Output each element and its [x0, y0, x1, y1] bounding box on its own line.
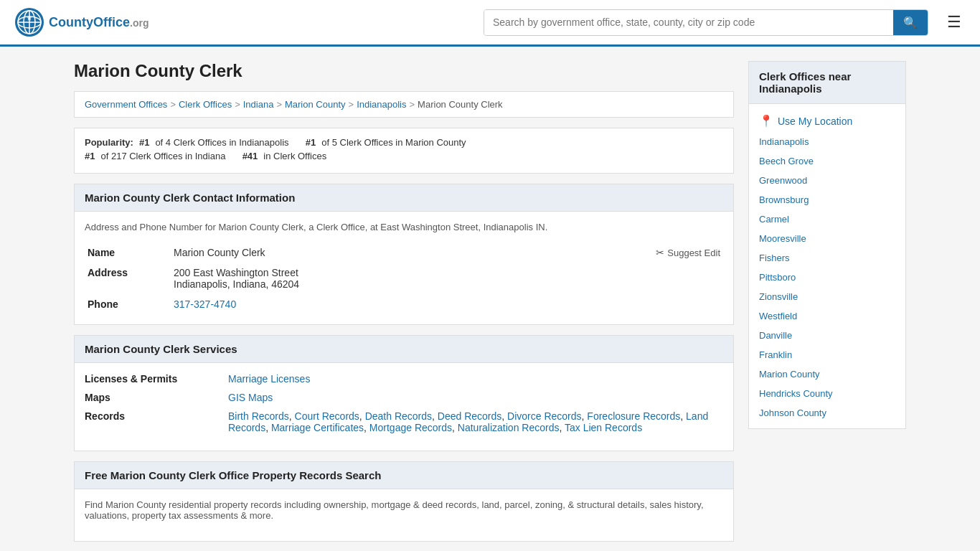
mortgage-records-link[interactable]: Mortgage Records	[369, 422, 452, 433]
sidebar-link-indianapolis[interactable]: Indianapolis	[759, 136, 809, 147]
use-my-location-row[interactable]: 📍 Use My Location	[749, 110, 905, 132]
main-container: Marion County Clerk Government Offices >…	[60, 47, 920, 551]
sidebar-item-greenwood: Greenwood	[749, 171, 905, 190]
sidebar-box: Clerk Offices near Indianapolis 📍 Use My…	[748, 61, 906, 429]
sidebar-item-brownsburg: Brownsburg	[749, 190, 905, 209]
service-value-records: Birth Records, Court Records, Death Reco…	[228, 410, 723, 433]
logo-text: CountyOffice.org	[49, 15, 149, 30]
sidebar-link-brownsburg[interactable]: Brownsburg	[759, 194, 809, 205]
sidebar-link-beechgrove[interactable]: Beech Grove	[759, 156, 814, 166]
menu-button[interactable]: ☰	[943, 9, 966, 36]
birth-records-link[interactable]: Birth Records	[228, 410, 289, 422]
sidebar-link-carmel[interactable]: Carmel	[759, 214, 789, 225]
breadcrumb-link-3[interactable]: Indiana	[243, 99, 274, 110]
service-row-records: Records Birth Records, Court Records, De…	[85, 410, 723, 433]
sidebar-link-marioncounty[interactable]: Marion County	[759, 369, 820, 380]
breadcrumb-link-5[interactable]: Indianapolis	[357, 99, 406, 110]
contact-section-header: Marion County Clerk Contact Information	[75, 184, 733, 212]
sidebar-item-johnsoncounty: Johnson County	[749, 403, 905, 423]
sidebar-item-marioncounty: Marion County	[749, 364, 905, 384]
breadcrumb-link-2[interactable]: Clerk Offices	[179, 99, 232, 110]
breadcrumb-current: Marion County Clerk	[418, 99, 503, 110]
search-bar: 🔍	[484, 9, 928, 36]
address-row: Address 200 East Washington Street India…	[85, 263, 723, 294]
address-line1: 200 East Washington Street	[174, 267, 720, 278]
deed-records-link[interactable]: Deed Records	[438, 410, 502, 422]
death-records-link[interactable]: Death Records	[365, 410, 432, 422]
breadcrumb-sep-1: >	[170, 99, 176, 110]
contact-description: Address and Phone Number for Marion Coun…	[85, 222, 723, 232]
content-area: Marion County Clerk Government Offices >…	[74, 61, 734, 551]
breadcrumb-link-1[interactable]: Government Offices	[85, 99, 167, 110]
sidebar-link-greenwood[interactable]: Greenwood	[759, 175, 807, 186]
search-input[interactable]	[484, 10, 893, 35]
location-pin-icon: 📍	[759, 114, 773, 128]
divorce-records-link[interactable]: Divorce Records	[507, 410, 581, 422]
sidebar-item-westfield: Westfield	[749, 306, 905, 326]
sidebar-link-zionsville[interactable]: Zionsville	[759, 291, 798, 302]
services-section-body: Licenses & Permits Marriage Licenses Map…	[75, 363, 733, 451]
sidebar-item-danville: Danville	[749, 326, 905, 345]
sidebar-link-hendrickscounty[interactable]: Hendricks County	[759, 388, 833, 399]
site-header: CountyOffice.org 🔍 ☰	[0, 0, 980, 47]
sidebar-link-danville[interactable]: Danville	[759, 330, 792, 341]
sidebar-link-westfield[interactable]: Westfield	[759, 311, 797, 321]
property-description: Find Marion County residential property …	[85, 499, 723, 521]
sidebar: Clerk Offices near Indianapolis 📍 Use My…	[748, 61, 906, 551]
marriage-cert-link[interactable]: Marriage Certificates	[271, 422, 364, 433]
sidebar-link-mooresville[interactable]: Mooresville	[759, 233, 806, 244]
service-value-licenses: Marriage Licenses	[228, 373, 723, 385]
sidebar-header: Clerk Offices near Indianapolis	[749, 62, 905, 104]
marriage-licenses-link[interactable]: Marriage Licenses	[228, 373, 310, 385]
address-value: 200 East Washington Street Indianapolis,…	[171, 263, 723, 294]
property-section-body: Find Marion County residential property …	[75, 489, 733, 541]
sidebar-link-fishers[interactable]: Fishers	[759, 253, 790, 263]
service-label-maps: Maps	[85, 392, 228, 403]
sidebar-item-fishers: Fishers	[749, 248, 905, 268]
contact-section: Marion County Clerk Contact Information …	[74, 184, 734, 325]
court-records-link[interactable]: Court Records	[295, 410, 359, 422]
name-label: Name	[85, 242, 171, 263]
search-button[interactable]: 🔍	[893, 10, 928, 35]
popularity-stat-3: of 217 Clerk Offices in Indiana	[100, 151, 225, 161]
sidebar-link-pittsboro[interactable]: Pittsboro	[759, 272, 796, 283]
popularity-label: Popularity:	[85, 137, 133, 148]
use-my-location-link[interactable]: Use My Location	[778, 116, 852, 127]
services-section: Marion County Clerk Services Licenses & …	[74, 335, 734, 451]
sidebar-item-franklin: Franklin	[749, 345, 905, 364]
popularity-rank-2: #1	[306, 137, 316, 148]
popularity-stat-1: of 4 Clerk Offices in Indianapolis	[155, 137, 288, 148]
service-row-licenses: Licenses & Permits Marriage Licenses	[85, 373, 723, 385]
tax-lien-records-link[interactable]: Tax Lien Records	[565, 422, 642, 433]
popularity-stat-2: of 5 Clerk Offices in Marion County	[321, 137, 466, 148]
contact-info-table: Name Marion County Clerk ✂ Suggest Edit …	[85, 242, 723, 314]
breadcrumb: Government Offices > Clerk Offices > Ind…	[74, 91, 734, 118]
sidebar-item-carmel: Carmel	[749, 209, 905, 229]
hamburger-icon: ☰	[947, 13, 961, 31]
popularity-rank-1: #1	[139, 137, 149, 148]
sidebar-item-hendrickscounty: Hendricks County	[749, 384, 905, 403]
page-title: Marion County Clerk	[74, 61, 734, 81]
breadcrumb-sep-5: >	[410, 99, 415, 110]
service-label-licenses: Licenses & Permits	[85, 373, 228, 385]
suggest-edit-button[interactable]: ✂ Suggest Edit	[656, 247, 720, 258]
phone-link[interactable]: 317-327-4740	[174, 298, 236, 310]
search-icon: 🔍	[903, 17, 918, 29]
phone-value: 317-327-4740	[171, 294, 723, 314]
edit-icon: ✂	[656, 247, 664, 258]
sidebar-link-franklin[interactable]: Franklin	[759, 349, 792, 360]
site-logo[interactable]: CountyOffice.org	[14, 7, 149, 37]
naturalization-records-link[interactable]: Naturalization Records	[458, 422, 560, 433]
breadcrumb-sep-3: >	[276, 99, 282, 110]
sidebar-link-johnsoncounty[interactable]: Johnson County	[759, 408, 826, 418]
breadcrumb-link-4[interactable]: Marion County	[285, 99, 346, 110]
sidebar-item-zionsville: Zionsville	[749, 287, 905, 306]
gis-maps-link[interactable]: GIS Maps	[228, 392, 273, 403]
breadcrumb-sep-4: >	[349, 99, 354, 110]
foreclosure-records-link[interactable]: Foreclosure Records	[587, 410, 680, 422]
popularity-section: Popularity: #1 of 4 Clerk Offices in Ind…	[74, 128, 734, 174]
contact-section-body: Address and Phone Number for Marion Coun…	[75, 212, 733, 324]
sidebar-item-mooresville: Mooresville	[749, 229, 905, 248]
name-row: Name Marion County Clerk ✂ Suggest Edit	[85, 242, 723, 263]
service-value-maps: GIS Maps	[228, 392, 723, 403]
